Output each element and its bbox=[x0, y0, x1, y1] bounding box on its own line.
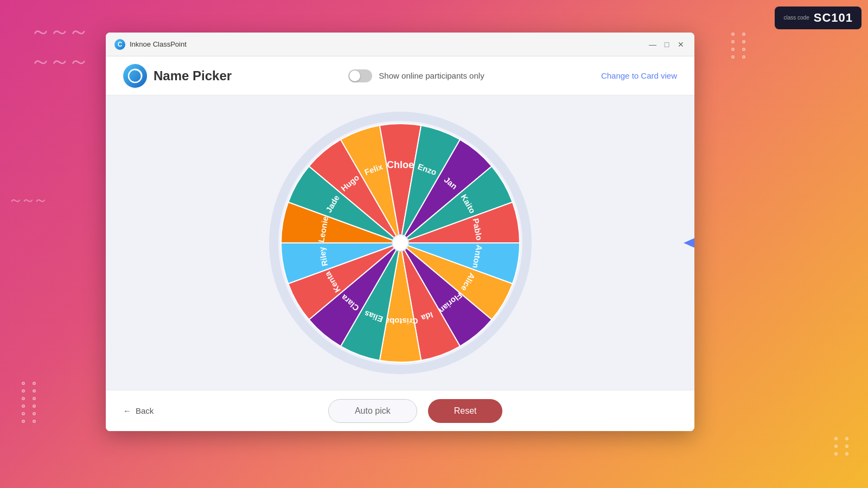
app-logo: Name Picker bbox=[123, 64, 232, 88]
titlebar-title: Inknoe ClassPoint bbox=[130, 40, 648, 48]
close-button[interactable]: ✕ bbox=[676, 40, 686, 49]
footer-actions: Auto pick Reset bbox=[154, 399, 677, 423]
minimize-button[interactable]: — bbox=[648, 40, 658, 49]
wheel-pointer bbox=[684, 231, 694, 255]
back-button[interactable]: ← Back bbox=[123, 406, 154, 415]
header-title: Name Picker bbox=[154, 68, 232, 84]
toggle-label: Show online participants only bbox=[379, 71, 484, 80]
bg-dots-right-bottom bbox=[834, 437, 852, 455]
header-middle: Show online participants only bbox=[232, 69, 601, 82]
header: Name Picker Show online participants onl… bbox=[106, 56, 694, 95]
app-icon: C bbox=[114, 39, 125, 50]
name-wheel-proper[interactable]: RileyLeonieJadeHugoFelixChloeEnzoJanKait… bbox=[265, 107, 536, 378]
bg-dots-right-top bbox=[731, 33, 749, 59]
svg-text:Chloe: Chloe bbox=[386, 159, 413, 170]
bg-squiggle-top: ～～～～～～ bbox=[30, 16, 87, 76]
class-label: class code bbox=[783, 15, 809, 21]
footer: ← Back Auto pick Reset bbox=[106, 390, 694, 431]
auto-pick-button[interactable]: Auto pick bbox=[328, 399, 417, 423]
online-toggle[interactable] bbox=[348, 69, 372, 82]
bg-squiggle-mid: ～～～ bbox=[8, 190, 46, 210]
bg-dots-left bbox=[22, 382, 39, 423]
back-arrow-icon: ← bbox=[123, 406, 131, 415]
reset-button[interactable]: Reset bbox=[428, 399, 503, 423]
class-code: SC101 bbox=[814, 11, 853, 25]
titlebar-controls: — □ ✕ bbox=[648, 40, 686, 49]
wheel-container[interactable]: Riley Leonie Jade Hugo Felix bbox=[265, 107, 536, 378]
svg-text:Cristobal: Cristobal bbox=[382, 317, 418, 326]
toggle-knob bbox=[349, 70, 360, 81]
titlebar: C Inknoe ClassPoint — □ ✕ bbox=[106, 33, 694, 56]
svg-point-32 bbox=[392, 235, 409, 251]
maximize-button[interactable]: □ bbox=[662, 40, 672, 49]
back-label: Back bbox=[136, 406, 154, 415]
app-window: C Inknoe ClassPoint — □ ✕ Name Picker Sh… bbox=[106, 33, 694, 431]
main-content: Riley Leonie Jade Hugo Felix bbox=[106, 95, 694, 390]
class-badge: class code SC101 bbox=[775, 7, 861, 29]
logo-icon bbox=[123, 64, 147, 88]
change-view-button[interactable]: Change to Card view bbox=[601, 71, 677, 80]
